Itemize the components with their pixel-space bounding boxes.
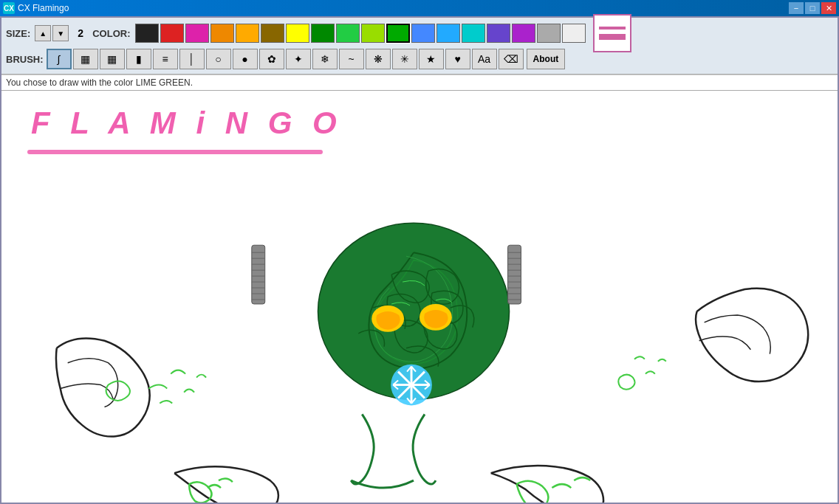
color-swatch-2[interactable] (185, 24, 209, 43)
brush-preview (593, 14, 631, 52)
color-palette (135, 24, 586, 43)
size-down-button[interactable]: ▼ (52, 25, 69, 41)
dot-brush[interactable]: ● (233, 49, 258, 69)
title-bar-buttons: − □ ✕ (789, 2, 836, 14)
snow-brush[interactable]: ❄ (312, 49, 338, 69)
color-swatch-1[interactable] (160, 24, 184, 43)
color-label: COLOR: (92, 28, 130, 39)
title-bar-left: CX CX Flamingo (3, 2, 69, 14)
lines-brush[interactable]: ≡ (153, 49, 178, 69)
minimize-button[interactable]: − (789, 2, 804, 14)
preview-line-top (599, 27, 626, 30)
toolbar-row2: BRUSH: ∫▦▦▮≡│○●✿✦❄~❋✳★♥Aa⌫ About (6, 47, 833, 71)
brush-palette: ∫▦▦▮≡│○●✿✦❄~❋✳★♥Aa⌫ (47, 49, 524, 69)
grid-brush[interactable]: ▦ (100, 49, 125, 69)
star4-brush[interactable]: ✦ (286, 49, 311, 69)
app-icon: CX (3, 2, 15, 14)
color-swatch-3[interactable] (210, 24, 234, 43)
color-swatch-5[interactable] (261, 24, 284, 43)
heart-brush[interactable]: ♥ (445, 49, 470, 69)
toolbar: SIZE: ▲ ▼ 2 COLOR: BRUSH: ∫▦▦▮≡│○●✿✦❄~❋✳… (1, 18, 838, 75)
hatch-brush[interactable]: ▦ (73, 49, 98, 69)
color-swatch-16[interactable] (537, 24, 561, 43)
color-swatch-6[interactable] (286, 24, 309, 43)
line-brush[interactable]: │ (179, 49, 205, 69)
svg-rect-26 (508, 245, 521, 304)
close-button[interactable]: ✕ (821, 2, 836, 14)
block-brush[interactable]: ▮ (126, 49, 151, 69)
toolbar-row1: SIZE: ▲ ▼ 2 COLOR: (6, 21, 833, 46)
color-swatch-11[interactable] (411, 24, 435, 43)
color-swatch-8[interactable] (336, 24, 360, 43)
color-swatch-13[interactable] (462, 24, 485, 43)
bloom-brush[interactable]: ❋ (366, 49, 391, 69)
color-swatch-17[interactable] (562, 24, 586, 43)
status-message: You chose to draw with the color LIME GR… (6, 77, 193, 88)
text-brush[interactable]: Aa (472, 49, 497, 69)
circle-brush[interactable]: ○ (206, 49, 231, 69)
color-swatch-4[interactable] (236, 24, 259, 43)
color-swatch-15[interactable] (512, 24, 535, 43)
brush-label: BRUSH: (6, 54, 44, 65)
about-button[interactable]: About (527, 49, 566, 69)
color-swatch-12[interactable] (436, 24, 460, 43)
size-controls: ▲ ▼ (35, 25, 69, 41)
restore-button[interactable]: □ (805, 2, 820, 14)
color-swatch-9[interactable] (361, 24, 385, 43)
star-brush[interactable]: ★ (419, 49, 444, 69)
color-swatch-14[interactable] (487, 24, 510, 43)
title-bar: CX CX Flamingo − □ ✕ (0, 0, 839, 16)
main-window: SIZE: ▲ ▼ 2 COLOR: BRUSH: ∫▦▦▮≡│○●✿✦❄~❋✳… (0, 16, 839, 504)
star6-brush[interactable]: ✳ (392, 49, 417, 69)
drawing-canvas[interactable] (1, 91, 838, 503)
curve-brush[interactable]: ∫ (47, 49, 72, 69)
size-label: SIZE: (6, 28, 30, 39)
status-bar: You chose to draw with the color LIME GR… (1, 75, 838, 91)
color-swatch-0[interactable] (135, 24, 159, 43)
window-title: CX Flamingo (18, 3, 69, 13)
canvas-area[interactable]: F L A M i N G O (1, 91, 838, 503)
preview-line-bottom (599, 34, 626, 40)
size-up-button[interactable]: ▲ (35, 25, 51, 41)
erase-brush[interactable]: ⌫ (499, 49, 524, 69)
wave-brush[interactable]: ~ (339, 49, 364, 69)
color-swatch-10[interactable] (386, 24, 410, 43)
flower-brush[interactable]: ✿ (259, 49, 284, 69)
svg-rect-16 (252, 245, 265, 304)
size-value: 2 (73, 27, 88, 39)
color-swatch-7[interactable] (311, 24, 335, 43)
